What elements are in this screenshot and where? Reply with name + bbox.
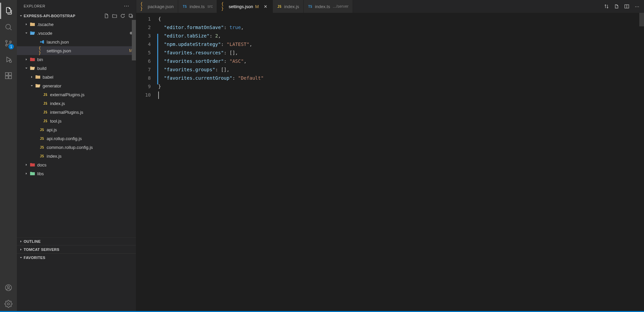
code-editor[interactable]: 12345678910 { "editor.formatOnSave": tru…: [136, 13, 644, 312]
split-editor-icon[interactable]: [624, 3, 630, 9]
tree-row[interactable]: libs: [17, 169, 136, 178]
tree-scrollbar[interactable]: [132, 20, 136, 60]
activity-account[interactable]: [0, 280, 17, 296]
tree-row[interactable]: { }settings.jsonM: [17, 46, 136, 55]
tabs-bar: { }package.jsonTSindex.tssrc{ }settings.…: [136, 0, 644, 13]
activity-search[interactable]: [0, 19, 17, 35]
editor-tab[interactable]: { }package.json: [136, 0, 178, 13]
tree-item-label: babel: [43, 75, 133, 80]
folder-red-icon: [29, 57, 36, 62]
line-gutter: 12345678910: [136, 15, 158, 312]
spacer: [37, 109, 42, 115]
text-cursor: [158, 92, 159, 99]
js-icon: JS: [42, 102, 49, 105]
line-number: 6: [136, 57, 151, 66]
tree-item-label: externalPlugins.js: [50, 92, 133, 97]
sidebar: EXPLORER ⋯ EXPRESS-API-BOOTSTRAP .tscach…: [17, 0, 136, 312]
tab-label: package.json: [148, 4, 174, 9]
code-line[interactable]: "npm.updateStrategy": "LATEST",: [158, 40, 644, 49]
activity-extensions[interactable]: [0, 68, 17, 84]
minimap-scrollbar[interactable]: [639, 13, 644, 26]
code-line[interactable]: "favorites.currentGroup": "Default": [158, 74, 644, 82]
tab-label: index.js: [284, 4, 299, 9]
project-name: EXPRESS-API-BOOTSTRAP: [24, 14, 103, 18]
collapse-all-icon[interactable]: [128, 13, 134, 19]
chevron-right-icon: [24, 171, 29, 176]
tree-row[interactable]: JStool.js: [17, 116, 136, 125]
code-line[interactable]: "favorites.sortOrder": "ASC",: [158, 57, 644, 66]
spacer: [33, 39, 39, 45]
tab-desc: .../server: [333, 4, 349, 9]
tree-row[interactable]: JSindex.js: [17, 99, 136, 108]
code-line[interactable]: "favorites.resources": [],: [158, 49, 644, 57]
editor-tab[interactable]: TSindex.ts.../server: [304, 0, 353, 13]
tree-row[interactable]: build: [17, 64, 136, 73]
svg-point-0: [6, 24, 10, 29]
close-icon[interactable]: ✕: [263, 4, 268, 9]
svg-point-13: [7, 303, 9, 305]
more-icon[interactable]: ⋯: [634, 3, 640, 9]
tree-row[interactable]: generator: [17, 81, 136, 90]
tree-row[interactable]: babel: [17, 73, 136, 81]
line-number: 3: [136, 32, 151, 40]
tree-row[interactable]: JScommon.rollup.config.js: [17, 143, 136, 152]
refresh-icon[interactable]: [120, 13, 126, 19]
new-folder-icon[interactable]: [112, 13, 118, 19]
code-line[interactable]: {: [158, 15, 644, 23]
vs-icon: [39, 40, 45, 44]
tree-row[interactable]: docs: [17, 160, 136, 169]
editor-tab[interactable]: TSindex.tssrc: [178, 0, 217, 13]
code-lines[interactable]: { "editor.formatOnSave": true, "editor.t…: [158, 15, 644, 312]
activity-settings[interactable]: [0, 296, 17, 312]
tree-row[interactable]: .tscache: [17, 20, 136, 29]
editor-tab[interactable]: { }settings.jsonM✕: [217, 0, 272, 13]
tree-item-label: .tscache: [37, 22, 133, 27]
spacer: [37, 92, 42, 97]
section-project[interactable]: EXPRESS-API-BOOTSTRAP: [17, 12, 136, 20]
tree-row[interactable]: JSindex.js: [17, 152, 136, 160]
section-outline[interactable]: OUTLINE: [17, 237, 136, 245]
spacer: [33, 136, 39, 141]
activity-debug[interactable]: [0, 51, 17, 68]
chevron-right-icon: [24, 162, 29, 167]
editor-area: { }package.jsonTSindex.tssrc{ }settings.…: [136, 0, 644, 312]
activity-explorer[interactable]: [0, 3, 17, 19]
code-line[interactable]: [158, 91, 644, 99]
svg-line-1: [10, 28, 11, 30]
sidebar-more-icon[interactable]: ⋯: [124, 3, 129, 9]
section-favorites[interactable]: FAVORITES: [17, 253, 136, 261]
ts-icon: TS: [308, 5, 313, 8]
tab-label: index.ts: [190, 4, 205, 9]
compare-icon[interactable]: [603, 3, 610, 9]
editor-tab[interactable]: JSindex.js: [273, 0, 304, 13]
line-number: 10: [136, 91, 151, 99]
json-icon: { }: [140, 2, 146, 11]
tree-row[interactable]: JSinternalPlugins.js: [17, 108, 136, 116]
code-line[interactable]: "editor.tabSize": 2,: [158, 32, 644, 40]
line-number: 7: [136, 66, 151, 74]
svg-rect-10: [9, 76, 11, 79]
folder-icon: [29, 22, 36, 27]
tree-item-label: docs: [37, 162, 133, 167]
line-number: 5: [136, 49, 151, 57]
tree-row[interactable]: JSexternalPlugins.js: [17, 90, 136, 99]
js-icon: JS: [39, 137, 45, 140]
chevron-down-icon: [24, 30, 29, 36]
folder-green-icon: [29, 171, 36, 176]
tree-row[interactable]: JSapi.js: [17, 125, 136, 134]
code-line[interactable]: "favorites.groups": [],: [158, 66, 644, 74]
js-icon: JS: [42, 110, 49, 114]
open-file-icon[interactable]: [614, 3, 620, 9]
new-file-icon[interactable]: [103, 13, 110, 19]
tree-row[interactable]: .vscode: [17, 29, 136, 37]
activity-scm[interactable]: 1: [0, 35, 17, 51]
tree-row[interactable]: bin: [17, 55, 136, 64]
svg-point-2: [6, 41, 7, 42]
tree-row[interactable]: JSapi.rollup.config.js: [17, 134, 136, 143]
code-line[interactable]: }: [158, 82, 644, 91]
code-line[interactable]: "editor.formatOnSave": true,: [158, 23, 644, 32]
section-tomcat[interactable]: TOMCAT SERVERS: [17, 245, 136, 253]
activity-bar: 1: [0, 0, 17, 312]
tree-row[interactable]: launch.json: [17, 37, 136, 46]
sidebar-title: EXPLORER: [24, 4, 124, 8]
